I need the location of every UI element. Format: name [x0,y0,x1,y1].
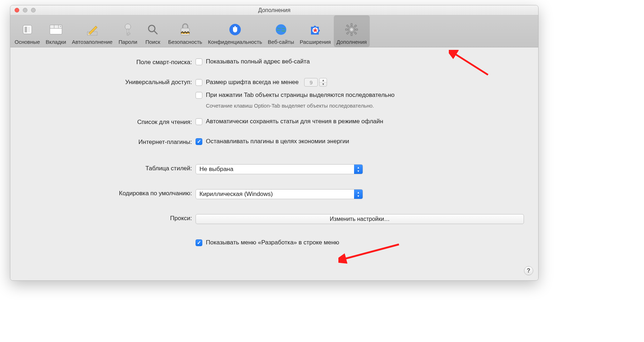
svg-rect-1 [25,27,27,32]
label-stylesheet: Таблица стилей: [25,164,196,172]
help-button[interactable]: ? [524,266,533,275]
button-label: Изменить настройки… [330,216,390,222]
tab-search[interactable]: Поиск [140,15,165,47]
svg-line-13 [154,31,157,34]
svg-point-21 [350,28,353,31]
svg-rect-24 [346,29,348,30]
checkbox-label: При нажатии Tab объекты страницы выделяю… [206,92,395,99]
switch-icon [20,22,35,37]
svg-rect-0 [23,25,32,34]
tab-label: Веб-сайты [268,39,294,45]
label-reading-list: Список для чтения: [25,118,196,126]
key-icon [121,22,135,37]
checkbox-show-full-url[interactable] [196,58,202,65]
font-size-stepper[interactable]: 9 ▲▼ [304,78,327,87]
stepper-value: 9 [304,78,318,87]
checkbox-save-offline[interactable] [196,118,202,125]
checkbox-label: Останавливать плагины в целях экономии э… [206,138,349,145]
checkbox-label: Показывать полный адрес веб-сайта [206,58,310,65]
window-title: Дополнения [10,7,538,14]
svg-text:+: + [60,25,61,28]
preferences-content: Поле смарт-поиска: Показывать полный адр… [10,47,538,280]
label-proxies: Прокси: [25,214,196,222]
tab-label: Расширения [300,39,331,45]
row-stylesheet: Таблица стилей: Не выбрана [25,164,524,174]
select-arrows-icon [354,190,363,199]
help-icon: ? [527,268,530,274]
tab-label: Вкладки [46,39,66,45]
tab-label: Основные [15,39,40,45]
checkbox-label: Показывать меню «Разработка» в строке ме… [206,239,339,246]
tab-privacy[interactable]: Конфиденциальность [205,15,265,47]
tab-advanced[interactable]: Дополнения [334,15,370,47]
row-proxies: Прокси: Изменить настройки… [25,214,524,224]
puzzle-icon [308,22,322,37]
label-accessibility: Универсальный доступ: [25,78,196,86]
row-accessibility: Универсальный доступ: Размер шрифта всег… [25,78,524,109]
label-smart-search: Поле смарт-поиска: [25,58,196,66]
label-plugins: Интернет-плагины: [25,138,196,146]
svg-rect-23 [351,33,352,36]
label-encoding: Кодировка по умолчанию: [25,189,196,197]
search-icon [146,22,160,37]
checkbox-stop-plugins[interactable] [196,138,202,145]
tab-label: Автозаполнение [72,39,113,45]
svg-rect-22 [351,24,352,26]
tab-security[interactable]: Безопасность [165,15,205,47]
svg-rect-11 [127,33,130,34]
select-stylesheet[interactable]: Не выбрана [196,164,363,174]
checkbox-tab-highlight[interactable] [196,92,202,99]
help-text: Сочетание клавиш Option-Tab выделяет объ… [206,102,391,109]
globe-icon [274,22,288,37]
svg-rect-25 [355,29,358,30]
row-reading-list: Список для чтения: Автоматически сохраня… [25,118,524,126]
tab-general[interactable]: Основные [12,15,43,47]
stepper-arrows[interactable]: ▲▼ [319,78,327,87]
pencil-icon [85,22,99,37]
tab-autofill[interactable]: Автозаполнение [69,15,115,47]
row-smart-search: Поле смарт-поиска: Показывать полный адр… [25,58,524,67]
row-plugins: Интернет-плагины: Останавливать плагины … [25,138,524,146]
select-value: Не выбрана [196,166,354,173]
preferences-toolbar: Основные + Вкладки Автозаполнение Пароли… [10,15,538,47]
lock-icon [178,22,192,37]
checkbox-label: Автоматически сохранять статьи для чтени… [206,118,383,125]
svg-rect-28 [347,32,349,34]
svg-rect-29 [354,32,357,34]
hand-privacy-icon [228,22,242,37]
svg-rect-2 [28,27,30,32]
tab-label: Безопасность [168,39,202,45]
tab-label: Пароли [119,39,137,45]
row-develop-menu: Показывать меню «Разработка» в строке ме… [25,239,524,248]
svg-rect-27 [354,25,357,27]
checkbox-show-develop-menu[interactable] [196,239,202,246]
tab-passwords[interactable]: Пароли [115,15,140,47]
select-encoding[interactable]: Кириллическая (Windows) [196,189,363,199]
tab-websites[interactable]: Веб-сайты [265,15,297,47]
select-arrows-icon [354,165,363,174]
gear-icon [344,22,359,37]
checkbox-label: Размер шрифта всегда не менее [206,79,298,86]
svg-rect-26 [347,25,349,27]
tabs-icon: + [49,22,63,37]
tab-tabs[interactable]: + Вкладки [43,15,69,47]
tab-label: Поиск [145,39,160,45]
row-encoding: Кодировка по умолчанию: Кириллическая (W… [25,189,524,199]
titlebar: Дополнения [10,5,538,15]
checkbox-min-font-size[interactable] [196,79,202,86]
svg-rect-3 [50,28,62,34]
tab-label: Дополнения [337,39,367,45]
change-settings-button[interactable]: Изменить настройки… [196,214,524,224]
tab-label: Конфиденциальность [208,39,262,45]
preferences-window: Дополнения Основные + Вкладки Автозаполн… [10,5,539,281]
tab-extensions[interactable]: Расширения [297,15,333,47]
select-value: Кириллическая (Windows) [196,191,354,198]
